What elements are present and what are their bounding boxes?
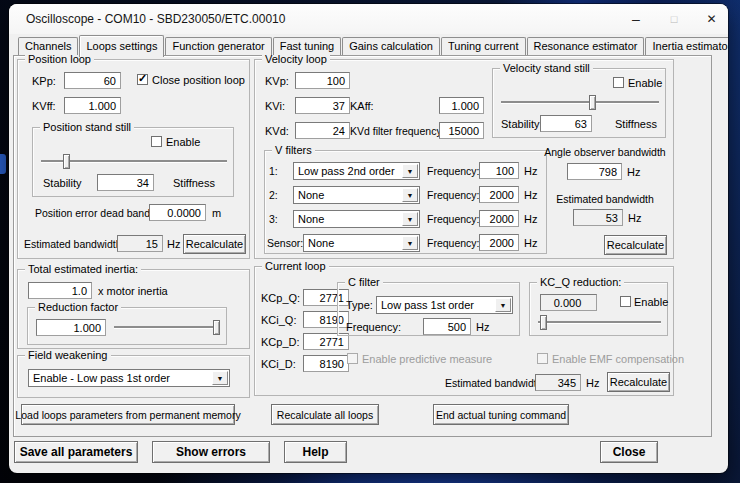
- end-actual-tuning-button[interactable]: End actual tuning command: [433, 404, 569, 425]
- kcq-reduction-slider[interactable]: [538, 315, 661, 330]
- deadband-input[interactable]: 0.0000: [149, 204, 206, 221]
- tab-gains-calculation[interactable]: Gains calculation: [342, 37, 440, 55]
- velocity-standstill-group: Velocity stand still Enable Stability 63…: [492, 68, 666, 138]
- title-bar[interactable]: Oscilloscope - COM10 - SBD230050/ETC.000…: [9, 4, 728, 34]
- v-filter-1-type-value: Low pass 2nd order: [298, 165, 395, 177]
- chevron-down-icon[interactable]: ▼: [402, 236, 418, 250]
- slider-thumb[interactable]: [540, 315, 547, 330]
- reduction-factor-input[interactable]: 1.000: [36, 319, 106, 336]
- c-filter-frequency-input[interactable]: 500: [423, 318, 471, 335]
- c-filter-type-value: Low pass 1st order: [381, 299, 474, 311]
- chevron-down-icon[interactable]: ▼: [402, 164, 418, 178]
- chevron-down-icon[interactable]: ▼: [402, 188, 418, 202]
- maximize-icon: □: [671, 13, 678, 25]
- recalculate-all-loops-button[interactable]: Recalculate all loops: [271, 404, 379, 425]
- v-filter-3-frequency-label: Frequency:: [427, 213, 480, 225]
- close-window-button[interactable]: ✕: [695, 4, 728, 34]
- field-weakening-group-title: Field weakening: [25, 349, 111, 361]
- velocity-stability-label: Stability: [501, 118, 540, 130]
- kvp-input[interactable]: 100: [295, 72, 350, 89]
- slider-thumb[interactable]: [589, 95, 596, 110]
- position-bandwidth-label: Estimated bandwidth:: [24, 238, 124, 250]
- slider-thumb[interactable]: [63, 154, 70, 169]
- tab-loops-settings[interactable]: Loops settings: [79, 35, 164, 57]
- chevron-down-icon[interactable]: ▼: [212, 371, 228, 385]
- velocity-standstill-enable-label: Enable: [628, 77, 662, 89]
- emf-compensation-checkbox[interactable]: [537, 353, 548, 364]
- v-filters-group: V filters 1: Low pass 2nd order ▼ Freque…: [264, 150, 547, 254]
- velocity-standstill-enable-checkbox[interactable]: [613, 77, 624, 88]
- kvp-label: KVp:: [265, 75, 289, 87]
- v-filter-sensor-frequency-input[interactable]: 2000: [479, 234, 519, 251]
- close-position-loop-checkbox[interactable]: ✓: [137, 74, 148, 85]
- maximize-button[interactable]: □: [655, 4, 693, 34]
- tab-fast-tuning[interactable]: Fast tuning: [273, 37, 341, 55]
- current-loop-group: Current loop KCp_Q: 2771 KCi_Q: 8190 KCp…: [254, 266, 674, 396]
- v-filter-3-type-value: None: [298, 213, 324, 225]
- minimize-icon: –: [632, 11, 640, 27]
- velocity-est-bandwidth-value: 53: [573, 209, 623, 226]
- predictive-measure-checkbox[interactable]: [347, 353, 358, 364]
- show-errors-button[interactable]: Show errors: [152, 441, 270, 463]
- tab-function-generator[interactable]: Function generator: [165, 37, 271, 55]
- kci-d-input[interactable]: 8190: [303, 355, 349, 372]
- tab-tuning-current[interactable]: Tuning current: [441, 37, 526, 55]
- v-filter-3-type-select[interactable]: None ▼: [293, 210, 420, 228]
- c-filter-type-select[interactable]: Low pass 1st order ▼: [376, 296, 513, 314]
- total-inertia-input[interactable]: 1.0: [28, 282, 92, 299]
- current-bandwidth-value: 345: [535, 374, 581, 391]
- save-all-parameters-button[interactable]: Save all parameters: [14, 441, 138, 463]
- tab-channels[interactable]: Channels: [18, 37, 78, 55]
- kvff-input[interactable]: 1.000: [64, 97, 121, 114]
- kci-d-label: KCi_D:: [261, 358, 296, 370]
- position-stability-slider[interactable]: [41, 154, 227, 169]
- field-weakening-select[interactable]: Enable - Low pass 1st order ▼: [28, 369, 230, 387]
- predictive-measure-label: Enable predictive measure: [362, 353, 492, 365]
- v-filter-sensor-frequency-label: Frequency:: [427, 237, 480, 249]
- position-recalculate-button[interactable]: Recalculate: [183, 234, 246, 254]
- angle-observer-bandwidth-input[interactable]: 798: [567, 163, 622, 180]
- v-filter-1-frequency-input[interactable]: 100: [479, 162, 519, 179]
- tab-resonance-estimator[interactable]: Resonance estimator: [527, 37, 645, 55]
- kcq-reduction-enable-label: Enable: [634, 296, 668, 308]
- kpp-label: KPp:: [32, 75, 56, 87]
- kvd-filter-frequency-input[interactable]: 15000: [439, 122, 484, 139]
- v-filter-2-frequency-input[interactable]: 2000: [479, 186, 519, 203]
- kvd-input[interactable]: 24: [295, 122, 350, 139]
- v-filter-2-type-select[interactable]: None ▼: [293, 186, 420, 204]
- current-recalculate-button[interactable]: Recalculate: [607, 372, 670, 392]
- velocity-recalculate-button[interactable]: Recalculate: [604, 235, 667, 255]
- load-loops-parameters-button[interactable]: Load loops parameters from permanent mem…: [21, 404, 235, 425]
- tab-inertia-estimator[interactable]: Inertia estimator: [645, 37, 728, 55]
- minimize-button[interactable]: –: [617, 4, 655, 34]
- reduction-factor-slider[interactable]: [114, 320, 220, 335]
- velocity-stability-input[interactable]: 63: [540, 115, 592, 132]
- kaff-input[interactable]: 1.000: [439, 97, 484, 114]
- current-loop-group-title: Current loop: [262, 260, 329, 272]
- c-filter-frequency-label: Frequency:: [346, 321, 401, 333]
- v-filter-3-frequency-input[interactable]: 2000: [479, 210, 519, 227]
- current-bandwidth-unit: Hz: [586, 377, 599, 389]
- close-button[interactable]: Close: [600, 441, 658, 463]
- c-filter-group-title: C filter: [345, 276, 383, 288]
- current-bandwidth-label: Estimated bandwidth:: [445, 377, 545, 389]
- chevron-down-icon[interactable]: ▼: [402, 212, 418, 226]
- chevron-down-icon[interactable]: ▼: [495, 298, 511, 312]
- c-filter-group: C filter Type: Low pass 1st order ▼ Freq…: [337, 282, 520, 336]
- v-filter-1-unit: Hz: [524, 165, 537, 177]
- velocity-stability-slider[interactable]: [501, 95, 659, 110]
- slider-thumb[interactable]: [213, 320, 220, 335]
- v-filter-sensor-type-select[interactable]: None ▼: [303, 234, 420, 252]
- position-loop-group: Position loop KPp: 60 ✓ Close position l…: [17, 59, 250, 259]
- kcq-reduction-input[interactable]: 0.000: [540, 294, 597, 311]
- position-standstill-group: Position stand still Enable Stability 34…: [32, 127, 234, 197]
- kpp-input[interactable]: 60: [64, 72, 121, 89]
- position-standstill-enable-checkbox[interactable]: [151, 136, 162, 147]
- kcp-d-label: KCp_D:: [261, 336, 300, 348]
- kvi-input[interactable]: 37: [295, 97, 350, 114]
- position-stability-input[interactable]: 34: [97, 174, 154, 191]
- help-button[interactable]: Help: [284, 441, 347, 463]
- v-filter-2-label: 2:: [269, 189, 278, 201]
- kcq-reduction-enable-checkbox[interactable]: [620, 296, 631, 307]
- v-filter-1-type-select[interactable]: Low pass 2nd order ▼: [293, 162, 420, 180]
